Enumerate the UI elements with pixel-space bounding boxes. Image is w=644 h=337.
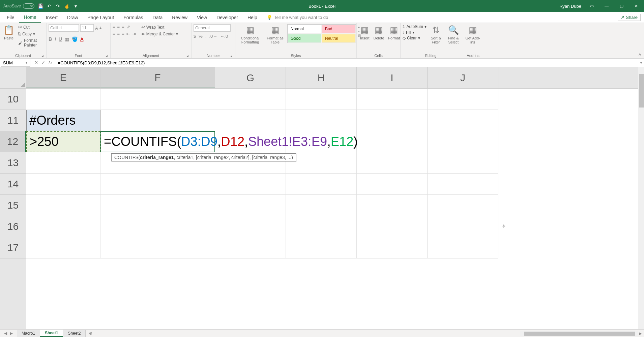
cell-H17[interactable] [286, 237, 357, 258]
expand-formula-bar-icon[interactable]: ▾ [638, 61, 644, 65]
user-name[interactable]: Ryan Dube [559, 4, 581, 9]
save-icon[interactable]: 💾 [38, 3, 43, 9]
cell-J13[interactable] [428, 152, 498, 174]
style-normal[interactable]: Normal [288, 25, 321, 33]
add-sheet-button[interactable]: ⊕ [86, 331, 96, 336]
cell-G10[interactable] [215, 89, 286, 110]
cell-H14[interactable] [286, 174, 357, 195]
name-box[interactable]: SUM ▼ [1, 59, 30, 67]
cell-J16[interactable] [428, 216, 498, 237]
cell-H13[interactable] [286, 152, 357, 174]
cell-H15[interactable] [286, 195, 357, 216]
align-top-icon[interactable]: ≡ [113, 24, 115, 29]
cell-E15[interactable] [26, 195, 100, 216]
cell-J17[interactable] [428, 237, 498, 258]
col-header-G[interactable]: G [215, 67, 286, 88]
dialog-launcher-icon[interactable]: ◢ [41, 54, 43, 58]
cell-G15[interactable] [215, 195, 286, 216]
percent-icon[interactable]: % [199, 34, 203, 39]
col-header-J[interactable]: J [428, 67, 498, 88]
cell-G16[interactable] [215, 216, 286, 237]
conditional-formatting-button[interactable]: ▦Conditional Formatting [237, 24, 263, 45]
tab-page-layout[interactable]: Page Layout [83, 13, 119, 22]
cell-F16[interactable] [100, 216, 215, 237]
cell-F11[interactable] [100, 110, 215, 131]
insert-cells-button[interactable]: ▦Insert [359, 24, 371, 41]
paste-button[interactable]: 📋 Paste [2, 24, 16, 41]
cell-F17[interactable] [100, 237, 215, 258]
sheet-tab-macro1[interactable]: Macro1 [17, 330, 40, 337]
cell-I12[interactable] [357, 131, 428, 152]
col-header-H[interactable]: H [286, 67, 357, 88]
autosave-toggle[interactable]: AutoSave Off [3, 3, 34, 9]
horizontal-scrollbar[interactable] [520, 331, 638, 336]
style-neutral[interactable]: Neutral [322, 34, 356, 43]
merge-center-button[interactable]: ⬌Merge & Center ▾ [140, 31, 180, 37]
formula-input[interactable]: =COUNTIFS(D3:D9,D12,Sheet1!E3:E9,E12) [56, 60, 638, 65]
underline-button[interactable]: U [59, 36, 62, 42]
function-tooltip[interactable]: COUNTIFS(criteria_range1, criteria1, [cr… [111, 153, 296, 161]
tell-me-search[interactable]: 💡 Tell me what you want to do [262, 15, 328, 20]
currency-icon[interactable]: $ [194, 34, 196, 39]
cell-E13[interactable] [26, 152, 100, 174]
cell-I10[interactable] [357, 89, 428, 110]
cell-E14[interactable] [26, 174, 100, 195]
dec-indent-icon[interactable]: ⇤ [126, 31, 130, 36]
shrink-font-icon[interactable]: A [99, 26, 102, 30]
spreadsheet-grid[interactable]: E F G H I J 10 11 12 13 14 15 16 17 #Ord… [0, 67, 644, 329]
fill-button[interactable]: ↓Fill ▾ [403, 30, 427, 35]
touch-mode-icon[interactable]: ☝ [64, 3, 69, 9]
sheet-nav-next-icon[interactable]: ▶ [10, 331, 13, 336]
maximize-icon[interactable]: ▢ [617, 2, 626, 10]
chevron-down-icon[interactable]: ▼ [25, 61, 28, 64]
font-color-icon[interactable]: A [80, 36, 83, 42]
dialog-launcher-icon[interactable]: ◢ [230, 54, 232, 58]
tab-file[interactable]: File [2, 13, 19, 22]
border-icon[interactable]: ▦ [65, 36, 69, 42]
tab-data[interactable]: Data [148, 13, 168, 22]
style-good[interactable]: Good [288, 34, 321, 43]
col-header-F[interactable]: F [100, 67, 215, 88]
scrollbar-thumb[interactable] [524, 332, 635, 336]
orientation-icon[interactable]: ⇗ [126, 24, 130, 29]
cancel-formula-icon[interactable]: ✕ [34, 60, 38, 65]
cell-F15[interactable] [100, 195, 215, 216]
vertical-scrollbar[interactable] [638, 67, 644, 329]
cell-J14[interactable] [428, 174, 498, 195]
row-header-13[interactable]: 13 [0, 152, 26, 174]
cell-E10[interactable] [26, 89, 100, 110]
cell-I13[interactable] [357, 152, 428, 174]
clear-button[interactable]: ◇Clear ▾ [403, 36, 427, 40]
font-size-select[interactable]: 11 [80, 24, 94, 32]
sheet-tab-sheet2[interactable]: Sheet2 [63, 330, 86, 337]
col-header-I[interactable]: I [357, 67, 428, 88]
cell-E11[interactable]: #Orders [26, 110, 100, 131]
share-button[interactable]: ↗ Share [618, 14, 641, 21]
cell-J12[interactable] [428, 131, 498, 152]
select-all-corner[interactable] [0, 67, 26, 89]
cell-F14[interactable] [100, 174, 215, 195]
fx-icon[interactable]: f𝑥 [49, 60, 52, 65]
undo-icon[interactable]: ↶ [47, 3, 52, 9]
format-as-table-button[interactable]: ▦Format as Table [264, 24, 286, 45]
cell-I16[interactable] [357, 216, 428, 237]
hscroll-right-icon[interactable]: ▶ [637, 332, 644, 335]
cell-G14[interactable] [215, 174, 286, 195]
cell-I15[interactable] [357, 195, 428, 216]
row-header-16[interactable]: 16 [0, 216, 26, 237]
cell-E12[interactable]: >250 [26, 131, 100, 152]
enter-formula-icon[interactable]: ✓ [41, 60, 45, 65]
cell-F10[interactable] [100, 89, 215, 110]
cut-button[interactable]: ✂Cut [17, 24, 44, 30]
cell-H10[interactable] [286, 89, 357, 110]
dialog-launcher-icon[interactable]: ◢ [186, 54, 188, 58]
wrap-text-button[interactable]: ↩Wrap Text [140, 24, 180, 30]
cell-E16[interactable] [26, 216, 100, 237]
copy-button[interactable]: ⎘Copy ▾ [17, 31, 44, 37]
autosum-button[interactable]: ΣAutoSum ▾ [403, 24, 427, 29]
format-painter-button[interactable]: 🖌Format Painter [17, 38, 44, 48]
cell-I17[interactable] [357, 237, 428, 258]
collapse-ribbon-icon[interactable]: ᐱ [639, 53, 641, 57]
close-icon[interactable]: ✕ [632, 2, 641, 10]
align-right-icon[interactable]: ≡ [122, 31, 124, 36]
